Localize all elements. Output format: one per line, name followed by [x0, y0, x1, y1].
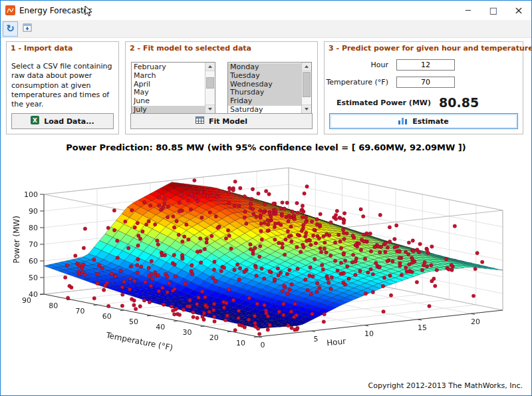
month-scroll-track[interactable] [205, 71, 215, 104]
list-item-july[interactable]: July [132, 106, 205, 113]
bar-chart-icon [398, 116, 408, 126]
rotate-3d-icon: ↻ [6, 24, 15, 34]
import-panel-title: 1 - Import data [11, 44, 72, 53]
estimated-power-value: 80.85 [439, 95, 479, 110]
scroll-up-icon[interactable] [205, 63, 215, 71]
import-description: Select a CSV file containing raw data ab… [11, 62, 114, 109]
month-scrollbar[interactable] [205, 63, 215, 113]
list-item-monday[interactable]: Monday [228, 63, 301, 72]
list-item-march[interactable]: March [132, 72, 205, 81]
hour-label: Hour [325, 61, 388, 69]
titlebar: Energy Forecaster ─ □ × [1, 1, 531, 20]
list-item-tuesday[interactable]: Tuesday [228, 72, 301, 81]
estimate-button[interactable]: Estimate [329, 113, 518, 129]
rotate-3d-button[interactable]: ↻ [3, 21, 18, 37]
window-title: Energy Forecaster [19, 6, 92, 15]
model-table-icon [196, 116, 204, 126]
day-scroll-thumb[interactable] [303, 72, 311, 97]
dock-figure-button[interactable] [19, 21, 35, 37]
excel-file-icon: X [31, 116, 39, 126]
copyright-text: Copyright 2012-2013 The MathWorks, Inc. [368, 381, 523, 390]
scroll-down-icon[interactable] [302, 104, 311, 113]
month-listbox[interactable]: FebruaryMarchAprilMayJuneJuly [131, 62, 215, 114]
svg-text:X: X [33, 117, 37, 124]
control-panels: 1 - Import data Select a CSV file contai… [1, 38, 531, 134]
day-scroll-track[interactable] [302, 71, 311, 104]
list-item-february[interactable]: February [132, 63, 205, 72]
fit-panel-title: 2 - Fit model to selected data [130, 44, 251, 53]
dock-figure-icon [23, 23, 32, 34]
fit-panel: 2 - Fit model to selected data FebruaryM… [125, 41, 318, 134]
maximize-button[interactable]: □ [481, 1, 506, 20]
fit-model-label: Fit Model [209, 117, 247, 126]
temperature-input[interactable] [396, 77, 455, 88]
scroll-up-icon[interactable] [302, 63, 311, 71]
app-icon [5, 5, 15, 15]
list-item-saturday[interactable]: Saturday [228, 106, 301, 113]
day-scrollbar[interactable] [301, 63, 311, 113]
temperature-label: Temperature (°F) [325, 78, 388, 87]
scroll-down-icon[interactable] [205, 104, 215, 113]
predict-panel: 3 - Predict power for given hour and tem… [324, 41, 523, 134]
estimated-power-label: Estimated Power (MW) [325, 99, 431, 107]
month-scroll-thumb[interactable] [206, 77, 214, 89]
close-button[interactable]: × [506, 1, 531, 20]
day-listbox[interactable]: MondayTuesdayWednesdayThursdayFridaySatu… [227, 62, 312, 114]
figure-toolbar: ↻ [1, 20, 531, 38]
estimate-label: Estimate [412, 117, 449, 126]
plot-title: Power Prediction: 80.85 MW (with 95% con… [1, 142, 531, 154]
fit-model-button[interactable]: Fit Model [130, 113, 313, 129]
import-panel: 1 - Import data Select a CSV file contai… [6, 41, 119, 134]
app-window: Energy Forecaster ─ □ × ↻ 1 - Import dat… [0, 0, 532, 396]
minimize-button[interactable]: ─ [456, 1, 481, 20]
predict-panel-title: 3 - Predict power for given hour and tem… [329, 44, 532, 53]
surface-plot-canvas[interactable] [9, 156, 531, 363]
load-data-button[interactable]: X Load Data... [11, 113, 114, 129]
hour-input[interactable] [396, 59, 455, 71]
load-data-label: Load Data... [44, 117, 94, 126]
